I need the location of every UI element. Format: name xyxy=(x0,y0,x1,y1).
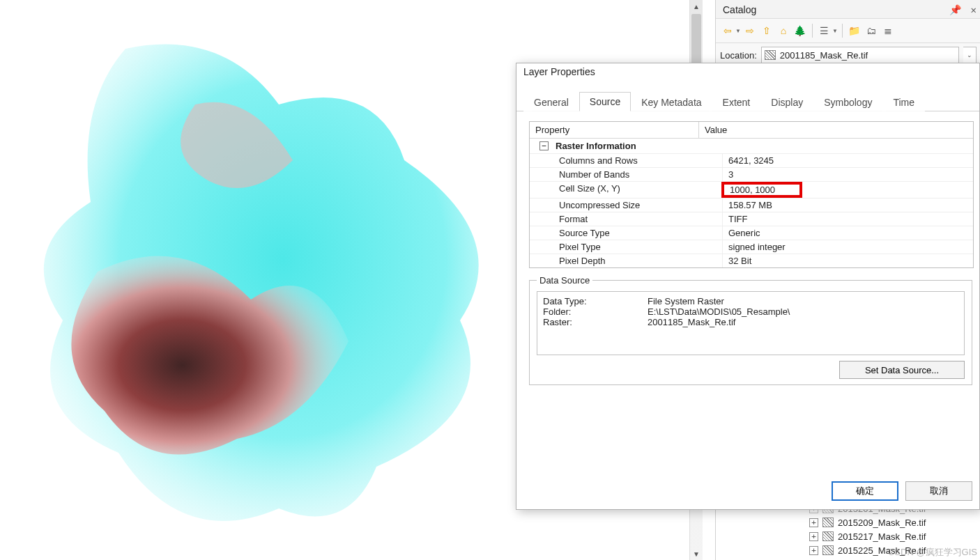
prop-row-bands: Number of Bands 3 xyxy=(530,168,973,182)
prop-key: Cell Size (X, Y) xyxy=(530,182,723,198)
group-label: Raster Information xyxy=(556,141,636,151)
expand-icon[interactable]: + xyxy=(809,518,818,527)
prop-key: Uncompressed Size xyxy=(530,199,723,212)
prop-value: 32 Bit xyxy=(723,254,973,267)
data-source-box: Data Type:File System Raster Folder:E:\L… xyxy=(537,291,965,355)
ds-value: E:\LST\Data\MODIS\05_Resample\ xyxy=(648,306,790,317)
prop-row-pixel-type: Pixel Type signed integer xyxy=(530,240,973,254)
tab-key-metadata[interactable]: Key Metadata xyxy=(631,93,712,111)
dialog-title: Layer Properties xyxy=(516,63,979,80)
prop-row-source-type: Source Type Generic xyxy=(530,226,973,240)
tree-item-label: 2015225_Mask_Re.tif xyxy=(838,545,926,556)
ds-key: Folder: xyxy=(543,306,648,317)
dialog-tabs: General Source Key Metadata Extent Displ… xyxy=(516,80,979,111)
prop-row-cell-size: Cell Size (X, Y) 1000, 1000 xyxy=(530,182,973,199)
item-props-icon[interactable]: ≣ xyxy=(880,23,896,38)
tree-item-label: 2015209_Mask_Re.tif xyxy=(838,518,926,528)
close-icon[interactable]: ✕ xyxy=(971,4,977,15)
raster-dataset-icon xyxy=(765,50,776,60)
ds-key: Data Type: xyxy=(543,296,648,306)
prop-key: Pixel Type xyxy=(530,240,723,254)
tab-extent[interactable]: Extent xyxy=(712,93,761,111)
col-header-property: Property xyxy=(530,122,699,138)
dialog-button-row: 确定 取消 xyxy=(832,481,972,501)
group-raster-information[interactable]: − Raster Information xyxy=(530,139,973,154)
collapse-icon[interactable]: − xyxy=(539,141,549,150)
highlighted-cell-size: 1000, 1000 xyxy=(721,182,802,198)
location-dropdown-icon[interactable]: ⌄ xyxy=(963,47,977,63)
list-style-icon[interactable]: ☰ xyxy=(817,23,832,38)
catalog-title-text: Catalog xyxy=(723,1,756,18)
pin-icon[interactable]: 📌 xyxy=(949,4,961,15)
prop-row-uncompressed-size: Uncompressed Size 158.57 MB xyxy=(530,199,973,212)
prop-key: Number of Bands xyxy=(530,168,723,181)
data-source-group: Data Source Data Type:File System Raster… xyxy=(529,275,972,385)
tab-symbology[interactable]: Symbology xyxy=(813,93,882,111)
expand-icon[interactable]: + xyxy=(809,546,818,555)
tree-item[interactable]: + 2015217_Mask_Re.tif xyxy=(721,529,980,543)
property-table: Property Value − Raster Information Colu… xyxy=(529,121,974,268)
scroll-up-icon[interactable]: ▲ xyxy=(690,0,703,13)
data-source-legend: Data Source xyxy=(537,275,592,286)
location-value: 2001185_Mask_Re.tif xyxy=(780,50,868,61)
catalog-titlebar: Catalog 📌 ✕ xyxy=(716,0,980,19)
prop-key: Columns and Rows xyxy=(530,154,723,167)
home-icon[interactable]: ⌂ xyxy=(776,23,791,38)
ds-value: File System Raster xyxy=(648,296,724,306)
source-panel: Property Value − Raster Information Colu… xyxy=(516,111,979,392)
set-data-source-button[interactable]: Set Data Source... xyxy=(839,361,965,379)
catalog-toolbar: ⇦▼ ⇨ ⇧ ⌂ 🌲 ☰▼ 📁 🗂 ≣ xyxy=(716,19,980,43)
toolbox-icon[interactable]: 🗂 xyxy=(864,23,879,38)
tab-source[interactable]: Source xyxy=(579,92,631,111)
location-label: Location: xyxy=(720,50,757,61)
tree-view-icon[interactable]: 🌲 xyxy=(793,23,808,38)
location-field[interactable]: 2001185_Mask_Re.tif xyxy=(761,47,959,63)
raster-dataset-icon xyxy=(822,545,834,555)
tree-item[interactable]: + 2015209_Mask_Re.tif xyxy=(721,515,980,529)
ds-key: Raster: xyxy=(543,317,648,327)
ok-button[interactable]: 确定 xyxy=(832,481,898,501)
expand-icon[interactable]: + xyxy=(809,532,818,541)
prop-value: Generic xyxy=(723,226,973,240)
prop-value: 3 xyxy=(723,168,973,181)
prop-value: TIFF xyxy=(723,212,973,226)
tree-item[interactable]: + 2015225_Mask_Re.tif xyxy=(721,543,980,557)
up-icon[interactable]: ⇧ xyxy=(759,23,774,38)
prop-key: Format xyxy=(530,212,723,226)
raster-dataset-icon xyxy=(822,531,834,541)
prop-key: Pixel Depth xyxy=(530,254,723,267)
prop-row-pixel-depth: Pixel Depth 32 Bit xyxy=(530,254,973,267)
tab-display[interactable]: Display xyxy=(760,93,813,111)
prop-key: Source Type xyxy=(530,226,723,240)
back-icon[interactable]: ⇦ xyxy=(720,23,735,38)
cancel-button[interactable]: 取消 xyxy=(905,481,972,501)
tab-general[interactable]: General xyxy=(523,93,579,111)
raster-layer-preview xyxy=(14,21,516,550)
prop-row-format: Format TIFF xyxy=(530,212,973,226)
prop-value: 158.57 MB xyxy=(723,199,973,212)
layer-properties-dialog: Layer Properties General Source Key Meta… xyxy=(516,63,980,510)
col-header-value: Value xyxy=(699,122,733,138)
prop-value: 6421, 3245 xyxy=(723,154,973,167)
connect-folder-icon[interactable]: 📁 xyxy=(847,23,862,38)
tab-time[interactable]: Time xyxy=(882,93,925,111)
raster-dataset-icon xyxy=(822,518,834,527)
ds-value: 2001185_Mask_Re.tif xyxy=(648,317,735,327)
tree-item-label: 2015217_Mask_Re.tif xyxy=(838,531,926,542)
prop-row-columns-rows: Columns and Rows 6421, 3245 xyxy=(530,154,973,168)
prop-value: signed integer xyxy=(723,240,973,254)
scroll-down-icon[interactable]: ▼ xyxy=(690,547,703,560)
forward-icon[interactable]: ⇨ xyxy=(742,23,758,38)
